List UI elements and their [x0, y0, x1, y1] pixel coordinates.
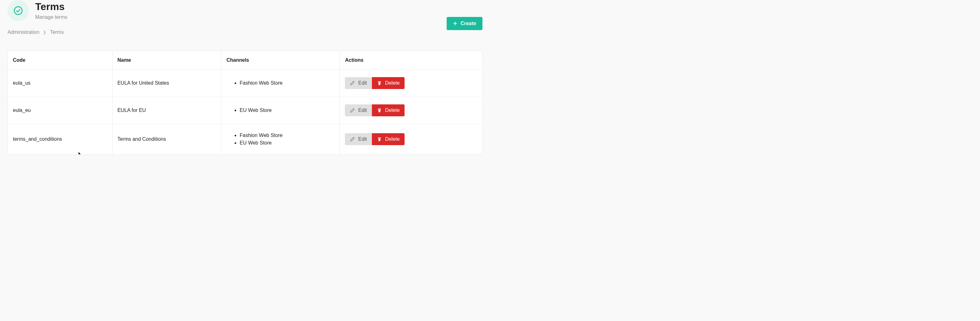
- table-row: eula_euEULA for EUEU Web StoreEditDelete: [8, 97, 482, 124]
- terms-table-card: Code Name Channels Actions eula_usEULA f…: [8, 51, 482, 155]
- breadcrumb-administration[interactable]: Administration: [8, 30, 39, 35]
- cell-channels: Fashion Web Store: [221, 70, 340, 97]
- edit-label: Edit: [358, 108, 367, 113]
- chevron-right-icon: ❯: [43, 30, 46, 35]
- col-header-actions: Actions: [340, 51, 482, 70]
- cell-actions: EditDelete: [340, 70, 482, 97]
- delete-label: Delete: [385, 80, 399, 86]
- plus-icon: [453, 21, 457, 26]
- edit-label: Edit: [358, 80, 367, 86]
- cell-code: terms_and_conditions: [8, 124, 112, 155]
- pencil-icon: [350, 108, 355, 113]
- delete-button[interactable]: Delete: [372, 104, 404, 116]
- header: Terms Manage terms Create: [8, 0, 482, 21]
- delete-button[interactable]: Delete: [372, 133, 404, 145]
- cell-actions: EditDelete: [340, 97, 482, 124]
- cell-name: EULA for EU: [112, 97, 221, 124]
- channel-item: EU Web Store: [240, 139, 335, 147]
- cell-channels: Fashion Web StoreEU Web Store: [221, 124, 340, 155]
- delete-label: Delete: [385, 136, 399, 142]
- cell-code: eula_eu: [8, 97, 112, 124]
- col-header-name: Name: [112, 51, 221, 70]
- edit-label: Edit: [358, 136, 367, 142]
- breadcrumb-current: Terms: [50, 30, 64, 35]
- create-button-label: Create: [460, 21, 476, 26]
- table-row: terms_and_conditionsTerms and Conditions…: [8, 124, 482, 155]
- edit-button[interactable]: Edit: [345, 133, 372, 145]
- delete-button[interactable]: Delete: [372, 77, 404, 89]
- channel-item: EU Web Store: [240, 107, 335, 114]
- check-circle-icon: [14, 6, 23, 15]
- cell-actions: EditDelete: [340, 124, 482, 155]
- channel-item: Fashion Web Store: [240, 132, 335, 139]
- pencil-icon: [350, 81, 355, 85]
- create-button[interactable]: Create: [447, 17, 482, 30]
- svg-point-0: [14, 7, 22, 15]
- trash-icon: [377, 81, 382, 85]
- pencil-icon: [350, 137, 355, 142]
- breadcrumb: Administration ❯ Terms: [8, 30, 482, 35]
- col-header-code: Code: [8, 51, 112, 70]
- trash-icon: [377, 108, 382, 113]
- edit-button[interactable]: Edit: [345, 104, 372, 116]
- page-title: Terms: [35, 1, 67, 12]
- cell-name: Terms and Conditions: [112, 124, 221, 155]
- page-subtitle: Manage terms: [35, 14, 67, 20]
- table-row: eula_usEULA for United StatesFashion Web…: [8, 70, 482, 97]
- cell-channels: EU Web Store: [221, 97, 340, 124]
- cell-code: eula_us: [8, 70, 112, 97]
- header-icon-circle: [8, 0, 29, 21]
- terms-table: Code Name Channels Actions eula_usEULA f…: [8, 51, 482, 154]
- channel-item: Fashion Web Store: [240, 79, 335, 87]
- col-header-channels: Channels: [221, 51, 340, 70]
- trash-icon: [377, 137, 382, 142]
- edit-button[interactable]: Edit: [345, 77, 372, 89]
- delete-label: Delete: [385, 108, 399, 113]
- cell-name: EULA for United States: [112, 70, 221, 97]
